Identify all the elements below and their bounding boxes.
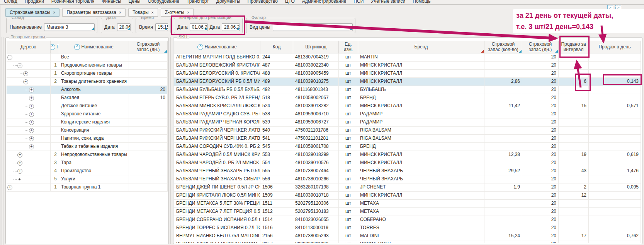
menu-item[interactable]: Учетные записи [371,0,405,4]
sku-row[interactable]: БРЕНДИ СОБЕРАНО ИСПАНИЯ 0.5Л СОБЕРАНО151… [174,216,641,224]
expand-node-icon[interactable]: + [7,185,12,190]
expand-node-icon[interactable]: + [29,144,34,149]
annotation-box-perday-cell [603,74,642,85]
column-header[interactable]: Бренд [358,41,484,53]
collapse-node-icon[interactable]: − [17,63,22,68]
tree-row[interactable]: +1Товарная группа 1 [7,183,168,192]
tree-order-cell [51,118,59,127]
expand-node-icon[interactable]: + [17,152,22,158]
tab-close-icon[interactable]: × [151,10,154,15]
collapse-node-icon[interactable]: − [7,55,12,60]
sku-row[interactable]: БАЛЬЗАМ РИЖСКИЙ ЧЕРН.КЕР. ЛАТВИЯ 0.5Л RI… [174,135,641,143]
expand-node-icon[interactable]: + [29,87,34,93]
expand-node-icon[interactable]: + [29,112,34,117]
column-header[interactable]: Продаж в день [589,41,641,53]
tree-row[interactable]: +Алкоголь20 [7,86,168,94]
tree-row[interactable]: +Бакалея10 [7,94,168,102]
tree-row[interactable]: +Детское питание [7,102,168,110]
sku-row[interactable]: БАЛЬЗАМ БЕЛОВЕЖСКИЙ КРИСТАЛЛ 0.5Л МИНСК … [174,62,641,70]
expand-node-icon[interactable]: + [29,128,34,133]
expand-node-icon[interactable]: + [29,104,34,109]
sku-row[interactable]: ВЕРМУТ ДЖИБО БЬЯНКО 1Л BOSCA TOSTI215780… [174,240,641,243]
sku-row[interactable]: БРЕНДИ КРИСТАЛЛ ЛЮКС 0.5Л МИНСК КРИСТАЛЛ… [174,192,641,200]
sku-row[interactable]: БАЛЬЗАМ РИЖСКИЙ ЧЕРН.КЕР. ЛАТВИЯ 0.35Л R… [174,127,641,135]
tab-item[interactable]: Страховые запасы× [5,8,59,17]
sku-row[interactable]: БАЛЬЗАМ РАДАМИР ЧЕРНАЯ КОРОЛЕВА СУВ 0.5Л… [174,118,641,127]
tab-item[interactable]: Параметры автозаказа× [62,8,126,17]
tree-row[interactable]: +Кондитерские изделия [7,118,168,127]
sku-row[interactable]: БАЛЬЗАМ ЧЕРНЫЙ ЗНАХАРЬ РБ 0.5Л ЧЕРНЫЙ ЗН… [174,167,641,175]
sku-row[interactable]: БАЛЬЗАМ ЧАРОДЕЙ 0.5Л МИНСК КРИСТАЛЛ55348… [174,151,641,159]
sku-row[interactable]: БАЛЬЗАМ БУЛЬБАШЪ РБ 0.5Л БУЛЬБАШЪ4924811… [174,86,641,94]
sku-row[interactable]: БАЛЬЗАМ РАДАМИР САДКО СУВ. РБ 0.5Л РАДАМ… [174,110,641,118]
column-header[interactable]: Код [260,41,293,53]
tree-row[interactable]: +3Тара [7,159,168,167]
tab-close-icon[interactable]: × [119,10,121,15]
column-header[interactable]: Страховой запас (кол-во) [484,41,522,53]
expand-node-icon[interactable]: + [29,136,34,141]
tab-item[interactable]: Товары× [128,8,158,17]
sku-row[interactable]: БРЕНДИ ТОРРЕС 5 ИСПАНИЯ 0.7Л TORRES15168… [174,224,641,232]
tree-row[interactable]: +4Производство [7,167,168,175]
tree-row[interactable]: +2Непродовольственные товары [7,151,168,159]
menu-item[interactable]: Транспорт [187,0,209,4]
tree-row[interactable]: +Здоровое питание [7,110,168,118]
tree-row[interactable]: +1Скоропортящие товары [7,70,168,78]
menu-item[interactable]: Розничная торговля [51,0,94,4]
column-header[interactable]: Ед. изм. [339,41,358,53]
menu-item[interactable]: Продажи [25,0,44,4]
sku-safety-days-cell: 20 [522,240,559,243]
menu-item[interactable]: Помощь [413,0,430,4]
field-label: Дата [104,24,115,30]
sku-row[interactable]: БАЛЬЗАМ ЧАРОДЕЙ 0. РБ 2Л МИНСК КРИСТАЛЛ5… [174,159,641,167]
column-header[interactable]: ^Наименование [59,41,129,53]
tree-row[interactable]: 5Услуги [7,175,168,183]
column-header[interactable]: Штрихкод [293,41,339,53]
menu-item[interactable]: ЦТО [285,0,295,4]
tree-row[interactable]: −2Товары длительного хранения [7,78,168,86]
expand-node-icon[interactable]: + [29,120,34,125]
expand-node-icon[interactable]: + [29,96,34,101]
column-header[interactable]: Страховой запас (дн.) [522,41,559,53]
menu-item[interactable]: Документы [216,0,240,4]
date-input[interactable]: 28.06.21 [117,23,131,31]
sku-row[interactable]: БАЛЬЗАМ БЕЛОРУССКИЙ 0. КРИСТАЛЛ 2Л МИНСК… [174,70,641,78]
collapse-node-icon[interactable]: − [23,79,28,84]
column-header[interactable]: ^Наименование [174,41,260,53]
sku-barcode-cell: 4811168001343 [293,86,339,94]
menu-item[interactable]: Финансы [102,0,121,4]
price-type-input[interactable] [273,23,353,31]
sku-row[interactable]: БАЛЬЗАМ СОРОДИЧ СУВ.40% 0. РБ 2Л БРЕНД54… [174,143,641,151]
expand-node-icon[interactable]: + [23,71,28,76]
expand-node-icon[interactable]: + [17,169,22,174]
column-header[interactable]: Дерево [7,41,51,53]
time-input[interactable]: 15:15:11 [155,23,168,31]
tree-row[interactable]: +Табак и табачные изделия [7,143,168,151]
tree-row[interactable]: +Напитки, соки, вода [7,135,168,143]
tab-close-icon[interactable]: × [53,10,55,15]
expand-node-icon[interactable]: + [17,161,22,166]
column-header[interactable]: Страховой запас (дн.) [129,41,168,53]
sku-row[interactable]: БАЛЬЗАМ ЕГЕРЬ СУВ.0. РБ 2Л БРЕНД51848100… [174,94,641,102]
column-header[interactable]: ^П [51,41,59,53]
sku-row[interactable]: БРЕНДИ ДЖЕЙ ПИ ШЕНЕТ 0.5Л JP CHENET15063… [174,183,641,192]
menu-item[interactable]: НСИ [353,0,364,4]
menu-item[interactable]: Склад [4,0,17,4]
panel-splitter[interactable] [170,37,171,244]
menu-item[interactable]: Производство [248,0,278,4]
menu-item[interactable]: Цены [129,0,141,4]
sku-row[interactable]: ВЕРМУТ БИАНКО БЕЛ 0.75Л MALDINI215648107… [174,232,641,240]
menu-item[interactable]: Оборудование [148,0,179,4]
sku-safety-days-cell: 20 [522,110,559,118]
tab-close-icon[interactable]: × [187,10,189,15]
sku-row[interactable]: БРЕНДИ МЕТАКСА 7 ЛЕТ ГРЕЦИЯ 0.5Л МЕТАХА1… [174,208,641,216]
sku-row[interactable]: БАЛЬЗАМ МИНСК КРИСТАЛЛ ЛЮКС КРИСТАЛ 0.5Л… [174,102,641,110]
tree-row[interactable]: +Консервация [7,127,168,135]
sku-row[interactable]: БАЛЬЗАМ БЕЛОРУССКИЙ РБ 0.5Л МИНСК КРИСТА… [174,78,641,86]
tree-row[interactable]: −Все [7,53,168,62]
sku-row[interactable]: БАЛЬЗАМ ЧЕРНЫЙ ЗНАХАРЬ СИБИРСКИЙ 0.5Л ЧЕ… [174,175,641,183]
tree-row[interactable]: −1Продовольственные товары [7,62,168,70]
menu-item[interactable]: Администрирование [302,0,346,4]
sku-row[interactable]: БРЕНДИ МЕТАКСА 5 ЛЕТ 38% ГРЕЦИЯ 0.7Л МЕТ… [174,200,641,208]
warehouse-name-input[interactable]: Магазин 3 [44,23,95,31]
